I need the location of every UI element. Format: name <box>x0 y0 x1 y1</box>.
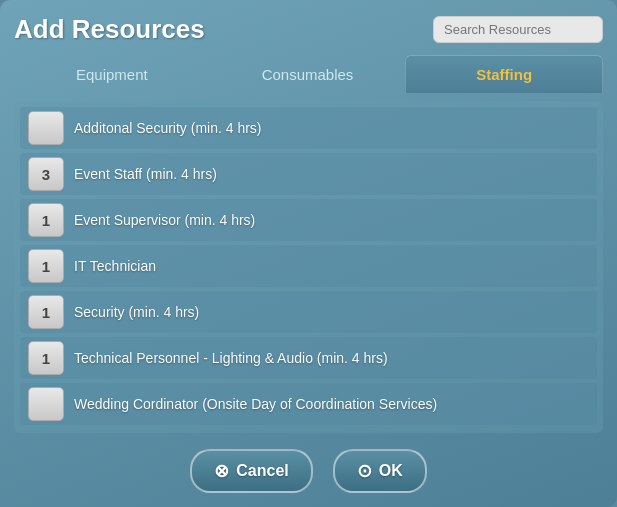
cancel-button[interactable]: ⊗ Cancel <box>190 449 312 493</box>
ok-icon: ⊙ <box>357 460 372 482</box>
quantity-box[interactable]: 3 <box>28 157 64 191</box>
dialog-title: Add Resources <box>14 14 205 45</box>
list-item: Additonal Security (min. 4 hrs) <box>20 107 597 149</box>
cancel-icon: ⊗ <box>214 460 229 482</box>
ok-label: OK <box>379 462 403 480</box>
ok-button[interactable]: ⊙ OK <box>333 449 427 493</box>
resource-name: Technical Personnel - Lighting & Audio (… <box>74 350 589 366</box>
resource-name: Security (min. 4 hrs) <box>74 304 589 320</box>
cancel-label: Cancel <box>236 462 288 480</box>
list-item: Wedding Cordinator (Onsite Day of Coordi… <box>20 383 597 425</box>
resource-name: Event Staff (min. 4 hrs) <box>74 166 589 182</box>
resource-list: Additonal Security (min. 4 hrs) 3 Event … <box>14 101 603 433</box>
add-resources-dialog: Add Resources Equipment Consumables Staf… <box>0 0 617 507</box>
resource-name: Additonal Security (min. 4 hrs) <box>74 120 589 136</box>
quantity-box[interactable]: 1 <box>28 341 64 375</box>
list-item: 3 Event Staff (min. 4 hrs) <box>20 153 597 195</box>
list-item: 1 Security (min. 4 hrs) <box>20 291 597 333</box>
tab-bar: Equipment Consumables Staffing <box>14 55 603 93</box>
list-item: 1 Event Supervisor (min. 4 hrs) <box>20 199 597 241</box>
resource-name: Event Supervisor (min. 4 hrs) <box>74 212 589 228</box>
tab-staffing[interactable]: Staffing <box>405 55 603 93</box>
quantity-box[interactable] <box>28 111 64 145</box>
resource-name: IT Technician <box>74 258 589 274</box>
dialog-header: Add Resources <box>14 14 603 45</box>
quantity-box[interactable] <box>28 387 64 421</box>
quantity-box[interactable]: 1 <box>28 295 64 329</box>
list-item: 1 IT Technician <box>20 245 597 287</box>
resource-name: Wedding Cordinator (Onsite Day of Coordi… <box>74 396 589 412</box>
list-item: 1 Technical Personnel - Lighting & Audio… <box>20 337 597 379</box>
quantity-box[interactable]: 1 <box>28 249 64 283</box>
tab-equipment[interactable]: Equipment <box>14 55 210 93</box>
search-input[interactable] <box>433 16 603 43</box>
tab-consumables[interactable]: Consumables <box>210 55 406 93</box>
quantity-box[interactable]: 1 <box>28 203 64 237</box>
dialog-footer: ⊗ Cancel ⊙ OK <box>14 443 603 493</box>
